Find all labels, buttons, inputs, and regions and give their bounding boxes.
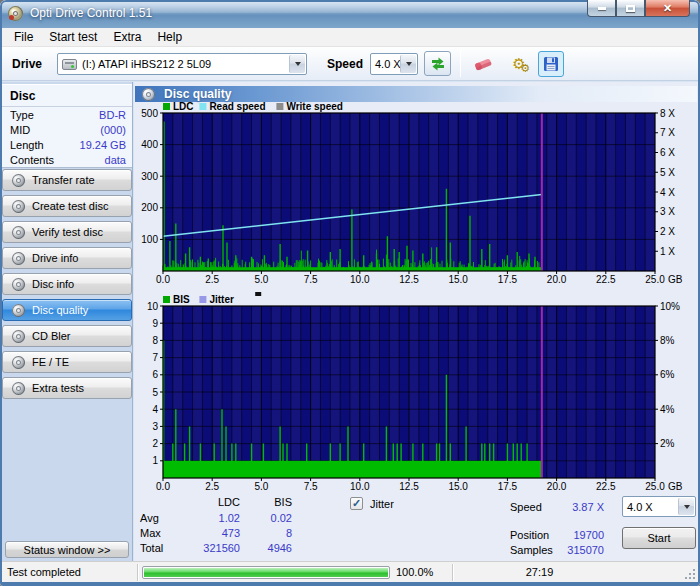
disc-icon	[12, 226, 25, 239]
stats-total-ldc: 321560	[164, 542, 240, 555]
erase-disc-button[interactable]	[468, 50, 498, 77]
sidebar-item-create-test-disc[interactable]: Create test disc	[2, 195, 132, 217]
speed-combobox-arrow[interactable]	[400, 55, 416, 73]
y-right-tick-label: 3 X	[660, 206, 675, 217]
jitter-checkbox[interactable]: ✓	[350, 497, 363, 510]
y-right-tick-label: 8%	[660, 335, 675, 346]
progress-bar	[142, 566, 390, 579]
statusbar-separator	[137, 564, 139, 581]
y-left-tick-label: 6	[152, 369, 158, 380]
disc-quality-icon	[142, 88, 155, 101]
drive-combobox-arrow[interactable]	[289, 55, 305, 73]
x-tick-label: 25.0	[645, 481, 665, 492]
y-left-tick-label: 9	[152, 318, 158, 329]
sidebar-item-disc-quality[interactable]: Disc quality	[2, 299, 132, 321]
stats-max-bis: 8	[234, 527, 292, 540]
x-tick-label: 20.0	[547, 274, 567, 285]
stats-avg-bis: 0.02	[234, 512, 292, 525]
chart-canvas: LDCRead speedWrite speed0.02.55.07.510.0…	[134, 102, 698, 288]
sidebar-item-label: Drive info	[32, 252, 78, 264]
sidebar-item-label: FE / TE	[32, 356, 69, 368]
y-left-tick-label: 500	[141, 108, 158, 119]
x-tick-label: 0.0	[156, 274, 170, 285]
sidebar-item-fe-te[interactable]: FE / TE	[2, 351, 132, 373]
x-tick-label: 2.5	[205, 481, 219, 492]
maximize-button[interactable]	[616, 0, 645, 17]
y-right-tick-label: 5 X	[660, 167, 675, 178]
y-right-tick-label: 1 X	[660, 246, 675, 257]
menu-item-help[interactable]: Help	[149, 28, 190, 46]
disc-contents-value: data	[105, 154, 126, 166]
test-speed-arrow[interactable]	[678, 498, 694, 515]
sidebar-item-extra-tests[interactable]: Extra tests	[2, 377, 132, 399]
window-controls: ✕	[587, 0, 690, 17]
start-button[interactable]: Start	[622, 527, 696, 549]
y-left-tick-label: 100	[141, 234, 158, 245]
stats-max-ldc: 473	[164, 527, 240, 540]
menu-item-file[interactable]: File	[6, 28, 41, 46]
test-speed-combobox[interactable]: 4.0 X	[622, 496, 696, 517]
stats-col-ldc: LDC	[164, 496, 240, 509]
y-right-tick-label: 10%	[660, 301, 680, 312]
y-right-tick-label: 8 X	[660, 108, 675, 119]
y-left-tick-label: 2	[152, 438, 158, 449]
speed-combobox[interactable]: 4.0 X	[370, 53, 418, 75]
sidebar-item-label: Disc info	[32, 278, 74, 290]
menu-item-extra[interactable]: Extra	[105, 28, 149, 46]
sidebar-item-disc-info[interactable]: Disc info	[2, 273, 132, 295]
progress-percent: 100.0%	[396, 566, 433, 578]
x-tick-label: 20.0	[547, 481, 567, 492]
jitter-checkbox-label: Jitter	[370, 498, 394, 511]
x-tick-label: 0.0	[156, 481, 170, 492]
save-floppy-icon	[543, 56, 559, 72]
sidebar-item-label: Transfer rate	[32, 174, 95, 186]
drive-combobox[interactable]: (I:) ATAPI iHBS212 2 5L09	[57, 53, 307, 75]
sidebar-item-verify-test-disc[interactable]: Verify test disc	[2, 221, 132, 243]
eraser-icon	[472, 55, 494, 73]
y-left-tick-label: 7	[152, 352, 158, 363]
close-icon: ✕	[663, 2, 672, 15]
y-left-tick-label: 300	[141, 171, 158, 182]
settings-button[interactable]: ⚙⚙	[504, 50, 534, 77]
refresh-drives-button[interactable]	[424, 51, 451, 76]
y-right-tick-label: 2%	[660, 438, 675, 449]
chevron-down-icon	[406, 62, 412, 66]
chevron-down-icon	[684, 505, 690, 509]
stats-avg-label: Avg	[140, 512, 159, 525]
test-speed-value: 4.0 X	[627, 501, 653, 513]
drive-combobox-value: (I:) ATAPI iHBS212 2 5L09	[82, 58, 211, 70]
sidebar-item-drive-info[interactable]: Drive info	[2, 247, 132, 269]
main-panel: Disc quality LDCRead speedWrite speed0.0…	[134, 82, 698, 561]
quality-chart-top: LDCRead speedWrite speed0.02.55.07.510.0…	[134, 102, 698, 288]
x-tick-label: 5.0	[254, 274, 268, 285]
disc-contents-row: Contents data	[10, 154, 126, 168]
close-button[interactable]: ✕	[645, 0, 690, 17]
save-button[interactable]	[538, 51, 564, 77]
position-value: 19700	[524, 529, 604, 542]
samples-value: 315070	[524, 544, 604, 557]
stats-panel: LDC BIS Avg 1.02 0.02 Max 473 8 Total 32…	[134, 494, 698, 564]
menu-item-start-test[interactable]: Start test	[41, 28, 105, 46]
x-tick-label: 22.5	[596, 274, 616, 285]
y-right-tick-label: 6%	[660, 369, 675, 380]
statusbar: Test completed 100.0% 27:19	[2, 561, 698, 582]
resize-grip[interactable]	[683, 567, 696, 580]
refresh-icon	[430, 56, 446, 72]
x-tick-label: 2.5	[205, 274, 219, 285]
sidebar-item-transfer-rate[interactable]: Transfer rate	[2, 169, 132, 191]
disc-icon	[12, 382, 25, 395]
y-left-tick-label: 1	[152, 455, 158, 466]
x-tick-label: 10.0	[350, 481, 370, 492]
sidebar: Disc Type BD-R MID (000) Length 19.24 GB…	[2, 82, 133, 561]
disc-length-label: Length	[10, 139, 44, 151]
disc-length-row: Length 19.24 GB	[10, 139, 126, 153]
sidebar-item-cd-bler[interactable]: CD Bler	[2, 325, 132, 347]
disc-icon	[12, 330, 25, 343]
current-speed-value: 3.87 X	[524, 501, 604, 514]
y-left-tick-label: 3	[152, 421, 158, 432]
x-tick-label: 22.5	[596, 481, 616, 492]
minimize-button[interactable]	[587, 0, 616, 17]
stats-avg-ldc: 1.02	[164, 512, 240, 525]
status-window-button[interactable]: Status window >>	[5, 541, 129, 558]
disc-type-label: Type	[10, 109, 34, 121]
